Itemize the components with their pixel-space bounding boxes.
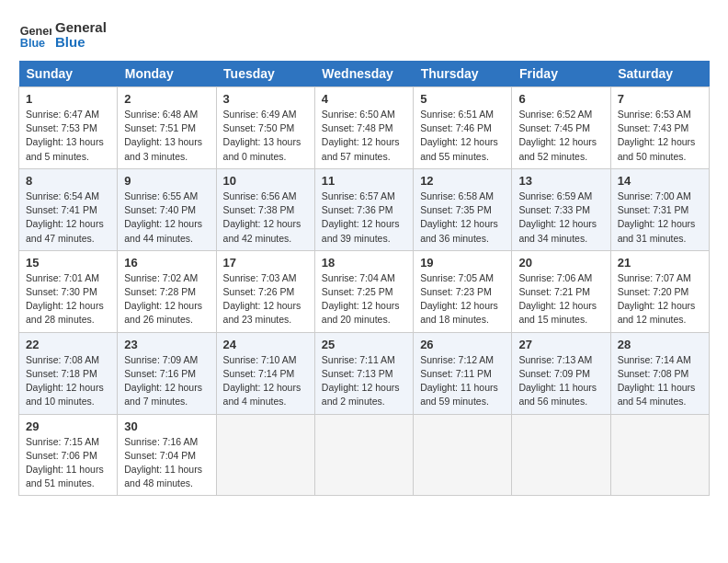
- weekday-header-sunday: Sunday: [19, 61, 118, 87]
- calendar-cell: 30Sunrise: 7:16 AM Sunset: 7:04 PM Dayli…: [118, 414, 216, 496]
- day-info: Sunrise: 6:55 AM Sunset: 7:40 PM Dayligh…: [124, 190, 209, 246]
- day-info: Sunrise: 6:58 AM Sunset: 7:35 PM Dayligh…: [420, 190, 505, 246]
- day-info: Sunrise: 7:05 AM Sunset: 7:23 PM Dayligh…: [420, 271, 505, 327]
- calendar-cell: 12Sunrise: 6:58 AM Sunset: 7:35 PM Dayli…: [414, 168, 512, 250]
- day-number: 15: [26, 256, 110, 270]
- day-info: Sunrise: 6:50 AM Sunset: 7:48 PM Dayligh…: [322, 108, 406, 164]
- day-number: 17: [223, 256, 308, 270]
- calendar-cell: 2Sunrise: 6:48 AM Sunset: 7:51 PM Daylig…: [118, 87, 216, 169]
- day-number: 29: [26, 419, 110, 433]
- calendar-cell: 8Sunrise: 6:54 AM Sunset: 7:41 PM Daylig…: [19, 168, 118, 250]
- calendar-cell: 11Sunrise: 6:57 AM Sunset: 7:36 PM Dayli…: [314, 168, 413, 250]
- day-info: Sunrise: 6:48 AM Sunset: 7:51 PM Dayligh…: [124, 108, 209, 164]
- day-info: Sunrise: 7:11 AM Sunset: 7:13 PM Dayligh…: [322, 353, 406, 409]
- day-number: 9: [124, 174, 209, 188]
- day-info: Sunrise: 7:16 AM Sunset: 7:04 PM Dayligh…: [124, 435, 209, 491]
- calendar-cell: [216, 414, 314, 496]
- day-info: Sunrise: 7:02 AM Sunset: 7:28 PM Dayligh…: [124, 271, 209, 327]
- day-info: Sunrise: 6:59 AM Sunset: 7:33 PM Dayligh…: [518, 190, 603, 246]
- calendar-cell: [414, 414, 512, 496]
- day-info: Sunrise: 6:49 AM Sunset: 7:50 PM Dayligh…: [223, 108, 308, 164]
- week-row-4: 22Sunrise: 7:08 AM Sunset: 7:18 PM Dayli…: [19, 332, 710, 414]
- calendar-cell: 20Sunrise: 7:06 AM Sunset: 7:21 PM Dayli…: [512, 250, 610, 332]
- day-number: 5: [420, 92, 505, 106]
- day-info: Sunrise: 6:56 AM Sunset: 7:38 PM Dayligh…: [223, 190, 308, 246]
- day-number: 4: [322, 92, 406, 106]
- day-number: 23: [124, 338, 209, 351]
- logo: General Blue General Blue: [18, 18, 107, 52]
- day-info: Sunrise: 7:08 AM Sunset: 7:18 PM Dayligh…: [26, 353, 110, 409]
- calendar-cell: 15Sunrise: 7:01 AM Sunset: 7:30 PM Dayli…: [19, 250, 118, 332]
- calendar-cell: 19Sunrise: 7:05 AM Sunset: 7:23 PM Dayli…: [414, 250, 512, 332]
- calendar-cell: 23Sunrise: 7:09 AM Sunset: 7:16 PM Dayli…: [118, 332, 216, 414]
- svg-text:Blue: Blue: [20, 37, 45, 50]
- calendar-cell: 14Sunrise: 7:00 AM Sunset: 7:31 PM Dayli…: [610, 168, 709, 250]
- day-info: Sunrise: 7:13 AM Sunset: 7:09 PM Dayligh…: [518, 353, 603, 409]
- weekday-header-saturday: Saturday: [610, 61, 709, 87]
- calendar-cell: 10Sunrise: 6:56 AM Sunset: 7:38 PM Dayli…: [216, 168, 314, 250]
- page-header: General Blue General Blue: [18, 18, 710, 52]
- weekday-header-tuesday: Tuesday: [216, 61, 314, 87]
- day-info: Sunrise: 7:15 AM Sunset: 7:06 PM Dayligh…: [26, 435, 110, 491]
- week-row-3: 15Sunrise: 7:01 AM Sunset: 7:30 PM Dayli…: [19, 250, 710, 332]
- calendar-cell: 17Sunrise: 7:03 AM Sunset: 7:26 PM Dayli…: [216, 250, 314, 332]
- day-number: 28: [618, 338, 702, 351]
- day-number: 21: [618, 256, 702, 270]
- day-info: Sunrise: 7:04 AM Sunset: 7:25 PM Dayligh…: [322, 271, 406, 327]
- weekday-header-row: SundayMondayTuesdayWednesdayThursdayFrid…: [19, 61, 710, 87]
- calendar-cell: [610, 414, 709, 496]
- calendar-cell: 3Sunrise: 6:49 AM Sunset: 7:50 PM Daylig…: [216, 87, 314, 169]
- day-number: 13: [518, 174, 603, 188]
- logo-blue: Blue: [55, 35, 107, 51]
- week-row-1: 1Sunrise: 6:47 AM Sunset: 7:53 PM Daylig…: [19, 87, 710, 169]
- day-number: 24: [223, 338, 308, 351]
- day-info: Sunrise: 7:10 AM Sunset: 7:14 PM Dayligh…: [223, 353, 308, 409]
- day-info: Sunrise: 7:03 AM Sunset: 7:26 PM Dayligh…: [223, 271, 308, 327]
- calendar-cell: 29Sunrise: 7:15 AM Sunset: 7:06 PM Dayli…: [19, 414, 118, 496]
- day-info: Sunrise: 7:09 AM Sunset: 7:16 PM Dayligh…: [124, 353, 209, 409]
- day-info: Sunrise: 6:47 AM Sunset: 7:53 PM Dayligh…: [26, 108, 110, 164]
- day-info: Sunrise: 6:51 AM Sunset: 7:46 PM Dayligh…: [420, 108, 505, 164]
- day-number: 7: [618, 92, 702, 106]
- logo-icon: General Blue: [18, 18, 51, 52]
- week-row-5: 29Sunrise: 7:15 AM Sunset: 7:06 PM Dayli…: [19, 414, 710, 496]
- day-info: Sunrise: 7:14 AM Sunset: 7:08 PM Dayligh…: [618, 353, 702, 409]
- calendar-cell: 16Sunrise: 7:02 AM Sunset: 7:28 PM Dayli…: [118, 250, 216, 332]
- calendar-cell: 22Sunrise: 7:08 AM Sunset: 7:18 PM Dayli…: [19, 332, 118, 414]
- day-number: 14: [618, 174, 702, 188]
- day-number: 20: [518, 256, 603, 270]
- calendar-cell: 13Sunrise: 6:59 AM Sunset: 7:33 PM Dayli…: [512, 168, 610, 250]
- day-number: 27: [518, 338, 603, 351]
- calendar-cell: 7Sunrise: 6:53 AM Sunset: 7:43 PM Daylig…: [610, 87, 709, 169]
- day-number: 6: [518, 92, 603, 106]
- calendar-cell: 9Sunrise: 6:55 AM Sunset: 7:40 PM Daylig…: [118, 168, 216, 250]
- calendar-cell: 25Sunrise: 7:11 AM Sunset: 7:13 PM Dayli…: [314, 332, 413, 414]
- calendar-cell: 28Sunrise: 7:14 AM Sunset: 7:08 PM Dayli…: [610, 332, 709, 414]
- calendar-cell: 24Sunrise: 7:10 AM Sunset: 7:14 PM Dayli…: [216, 332, 314, 414]
- day-info: Sunrise: 6:53 AM Sunset: 7:43 PM Dayligh…: [618, 108, 702, 164]
- day-number: 25: [322, 338, 406, 351]
- calendar-cell: 27Sunrise: 7:13 AM Sunset: 7:09 PM Dayli…: [512, 332, 610, 414]
- calendar-table: SundayMondayTuesdayWednesdayThursdayFrid…: [18, 61, 710, 496]
- day-number: 3: [223, 92, 308, 106]
- calendar-cell: [512, 414, 610, 496]
- day-number: 26: [420, 338, 505, 351]
- calendar-cell: [314, 414, 413, 496]
- day-number: 11: [322, 174, 406, 188]
- day-info: Sunrise: 7:07 AM Sunset: 7:20 PM Dayligh…: [618, 271, 702, 327]
- calendar-cell: 4Sunrise: 6:50 AM Sunset: 7:48 PM Daylig…: [314, 87, 413, 169]
- day-info: Sunrise: 7:01 AM Sunset: 7:30 PM Dayligh…: [26, 271, 110, 327]
- day-info: Sunrise: 6:54 AM Sunset: 7:41 PM Dayligh…: [26, 190, 110, 246]
- calendar-cell: 26Sunrise: 7:12 AM Sunset: 7:11 PM Dayli…: [414, 332, 512, 414]
- calendar-cell: 1Sunrise: 6:47 AM Sunset: 7:53 PM Daylig…: [19, 87, 118, 169]
- day-number: 22: [26, 338, 110, 351]
- day-number: 18: [322, 256, 406, 270]
- weekday-header-monday: Monday: [118, 61, 216, 87]
- logo-general: General: [55, 20, 107, 36]
- day-info: Sunrise: 7:06 AM Sunset: 7:21 PM Dayligh…: [518, 271, 603, 327]
- weekday-header-friday: Friday: [512, 61, 610, 87]
- day-info: Sunrise: 7:00 AM Sunset: 7:31 PM Dayligh…: [618, 190, 702, 246]
- day-number: 16: [124, 256, 209, 270]
- day-number: 30: [124, 419, 209, 433]
- day-info: Sunrise: 6:57 AM Sunset: 7:36 PM Dayligh…: [322, 190, 406, 246]
